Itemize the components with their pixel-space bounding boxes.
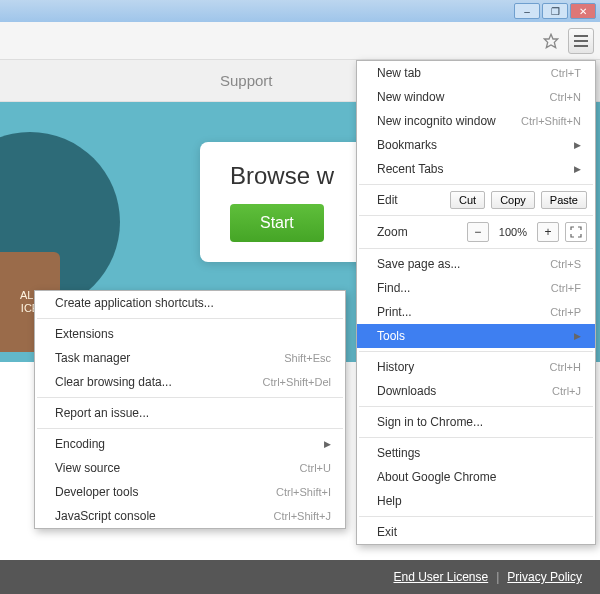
zoom-out-button[interactable]: − (467, 222, 489, 242)
minimize-button[interactable]: – (514, 3, 540, 19)
hero-heading: Browse w (230, 162, 350, 190)
menu-incognito[interactable]: New incognito windowCtrl+Shift+N (357, 109, 595, 133)
menu-new-tab[interactable]: New tabCtrl+T (357, 61, 595, 85)
submenu-developer-tools[interactable]: Developer toolsCtrl+Shift+I (35, 480, 345, 504)
menu-find[interactable]: Find...Ctrl+F (357, 276, 595, 300)
chevron-right-icon: ▶ (574, 331, 581, 341)
submenu-report-issue[interactable]: Report an issue... (35, 401, 345, 425)
menu-separator (37, 397, 343, 398)
menu-separator (359, 215, 593, 216)
submenu-js-console[interactable]: JavaScript consoleCtrl+Shift+J (35, 504, 345, 528)
fullscreen-button[interactable] (565, 222, 587, 242)
cut-button[interactable]: Cut (450, 191, 485, 209)
bookmark-star-icon[interactable] (540, 30, 562, 52)
svg-marker-0 (544, 34, 557, 47)
menu-separator (359, 351, 593, 352)
footer-eula-link[interactable]: End User License (393, 570, 488, 584)
nav-support[interactable]: Support (220, 72, 273, 89)
chrome-main-menu: New tabCtrl+T New windowCtrl+N New incog… (356, 60, 596, 545)
menu-separator (359, 437, 593, 438)
copy-button[interactable]: Copy (491, 191, 535, 209)
menu-signin[interactable]: Sign in to Chrome... (357, 410, 595, 434)
menu-tools[interactable]: Tools▶ (357, 324, 595, 348)
start-button[interactable]: Start (230, 204, 324, 242)
chevron-right-icon: ▶ (574, 164, 581, 174)
footer-privacy-link[interactable]: Privacy Policy (507, 570, 582, 584)
chevron-right-icon: ▶ (574, 140, 581, 150)
menu-print[interactable]: Print...Ctrl+P (357, 300, 595, 324)
browser-toolbar (0, 22, 600, 60)
menu-settings[interactable]: Settings (357, 441, 595, 465)
menu-zoom-label: Zoom (377, 225, 461, 239)
menu-save-page[interactable]: Save page as...Ctrl+S (357, 252, 595, 276)
maximize-button[interactable]: ❐ (542, 3, 568, 19)
submenu-extensions[interactable]: Extensions (35, 322, 345, 346)
menu-separator (359, 248, 593, 249)
menu-zoom-row: Zoom − 100% + (357, 219, 595, 245)
submenu-task-manager[interactable]: Task managerShift+Esc (35, 346, 345, 370)
menu-separator (359, 516, 593, 517)
window-titlebar: – ❐ ✕ (0, 0, 600, 22)
menu-button[interactable] (568, 28, 594, 54)
menu-exit[interactable]: Exit (357, 520, 595, 544)
menu-downloads[interactable]: DownloadsCtrl+J (357, 379, 595, 403)
tools-submenu: Create application shortcuts... Extensio… (34, 290, 346, 529)
footer: End User License | Privacy Policy (0, 560, 600, 594)
hero-card: Browse w Start (200, 142, 380, 262)
menu-separator (37, 318, 343, 319)
menu-separator (37, 428, 343, 429)
zoom-value: 100% (495, 226, 531, 238)
submenu-encoding[interactable]: Encoding▶ (35, 432, 345, 456)
menu-new-window[interactable]: New windowCtrl+N (357, 85, 595, 109)
menu-separator (359, 184, 593, 185)
close-button[interactable]: ✕ (570, 3, 596, 19)
submenu-clear-data[interactable]: Clear browsing data...Ctrl+Shift+Del (35, 370, 345, 394)
menu-separator (359, 406, 593, 407)
submenu-view-source[interactable]: View sourceCtrl+U (35, 456, 345, 480)
menu-help[interactable]: Help (357, 489, 595, 513)
menu-edit-label: Edit (377, 193, 444, 207)
zoom-in-button[interactable]: + (537, 222, 559, 242)
menu-recent-tabs[interactable]: Recent Tabs▶ (357, 157, 595, 181)
chevron-right-icon: ▶ (324, 439, 331, 449)
menu-history[interactable]: HistoryCtrl+H (357, 355, 595, 379)
paste-button[interactable]: Paste (541, 191, 587, 209)
menu-bookmarks[interactable]: Bookmarks▶ (357, 133, 595, 157)
footer-separator: | (496, 570, 499, 584)
menu-edit-row: Edit Cut Copy Paste (357, 188, 595, 212)
submenu-create-shortcuts[interactable]: Create application shortcuts... (35, 291, 345, 315)
menu-about[interactable]: About Google Chrome (357, 465, 595, 489)
